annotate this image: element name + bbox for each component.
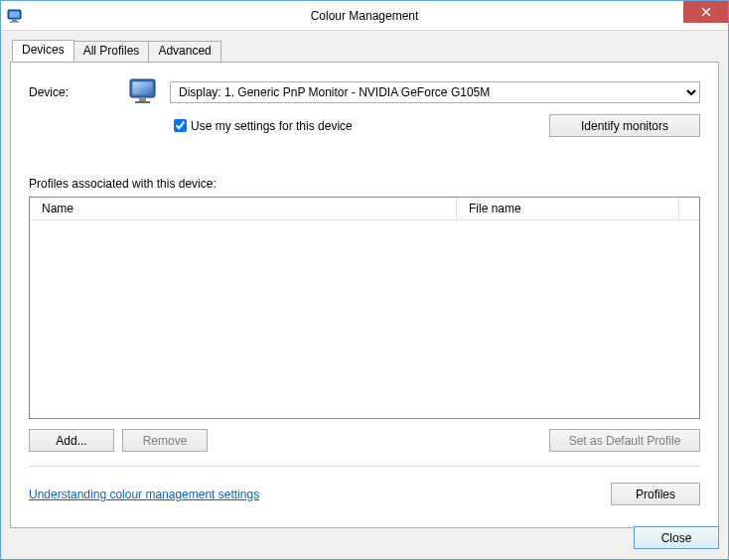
svg-rect-3 xyxy=(10,21,19,22)
list-buttons-row: Add... Remove Set as Default Profile xyxy=(29,429,700,452)
close-bar: Close xyxy=(10,526,719,549)
use-my-settings-checkbox[interactable]: Use my settings for this device xyxy=(174,119,353,133)
set-default-profile-button: Set as Default Profile xyxy=(549,429,700,452)
device-row: Device: Display: 1. Generic PnP Monitor … xyxy=(29,76,700,108)
lv-header: Name File name xyxy=(30,198,699,220)
svg-rect-2 xyxy=(12,20,17,22)
use-my-settings-label: Use my settings for this device xyxy=(191,119,353,133)
profiles-listview[interactable]: Name File name xyxy=(29,197,700,419)
use-my-settings-input[interactable] xyxy=(174,119,187,132)
device-select[interactable]: Display: 1. Generic PnP Monitor - NVIDIA… xyxy=(170,81,700,103)
svg-rect-5 xyxy=(133,82,153,95)
divider xyxy=(29,466,700,467)
profiles-button[interactable]: Profiles xyxy=(611,483,700,505)
tab-advanced[interactable]: Advanced xyxy=(148,41,220,63)
close-button[interactable]: Close xyxy=(634,526,719,549)
titlebar: Colour Management xyxy=(1,1,728,31)
app-icon xyxy=(7,8,23,24)
lv-column-pad xyxy=(679,198,699,219)
add-button[interactable]: Add... xyxy=(29,429,114,452)
remove-button: Remove xyxy=(122,429,208,452)
tab-devices[interactable]: Devices xyxy=(12,40,74,62)
window-title: Colour Management xyxy=(1,9,728,23)
window-close-button[interactable] xyxy=(683,1,728,23)
settings-row: Use my settings for this device Identify… xyxy=(29,114,700,137)
lv-column-name[interactable]: Name xyxy=(30,198,457,219)
lower-row: Understanding colour management settings… xyxy=(29,483,700,505)
profiles-caption: Profiles associated with this device: xyxy=(29,177,700,191)
device-label: Device: xyxy=(29,85,118,99)
svg-rect-6 xyxy=(139,98,146,101)
svg-rect-7 xyxy=(135,101,150,103)
svg-rect-1 xyxy=(10,11,20,17)
lv-body xyxy=(30,220,699,418)
monitor-icon xyxy=(128,76,160,108)
lv-column-filename[interactable]: File name xyxy=(457,198,679,219)
close-icon xyxy=(701,7,711,17)
client-area: Devices All Profiles Advanced Device: xyxy=(1,31,728,559)
identify-monitors-button[interactable]: Identify monitors xyxy=(549,114,700,137)
tab-all-profiles[interactable]: All Profiles xyxy=(73,41,150,63)
understanding-link[interactable]: Understanding colour management settings xyxy=(29,488,259,501)
tabpanel-devices: Device: Display: 1. Generic PnP Monitor … xyxy=(10,62,719,528)
tabstrip: Devices All Profiles Advanced xyxy=(12,40,719,62)
